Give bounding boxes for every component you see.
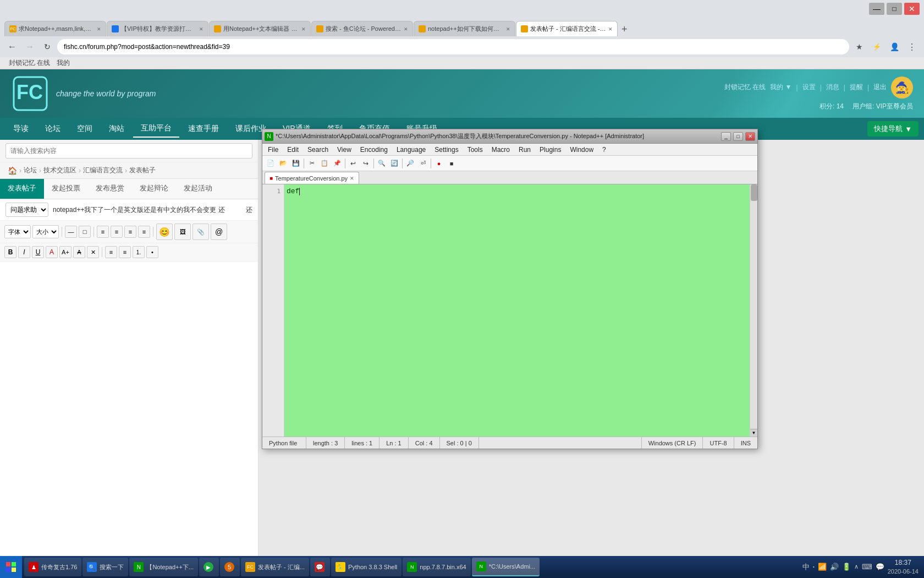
npp-macro-rec[interactable]: ● — [433, 157, 445, 170]
menu-window[interactable]: Window — [565, 144, 598, 156]
tab-1-close[interactable]: ✕ — [97, 26, 101, 32]
fmt-erase[interactable]: ✕ — [87, 246, 99, 258]
taskbar-item-5[interactable]: 5 — [220, 558, 240, 576]
tab-activity[interactable]: 发起活动 — [176, 179, 220, 199]
fmt-outdent[interactable]: ≡ — [119, 246, 131, 258]
npp-code-area[interactable]: def — [284, 184, 750, 437]
tab-4[interactable]: 搜索 - 鱼C论坛 - Powered by D... ✕ — [311, 21, 413, 36]
nav-handbook[interactable]: 速查手册 — [180, 121, 227, 137]
nav-shop[interactable]: 淘站 — [101, 121, 132, 137]
scroll-down-btn[interactable]: ▼ — [750, 429, 757, 437]
menu-plugins[interactable]: Plugins — [535, 144, 565, 156]
site-logo[interactable]: FC — [11, 74, 50, 113]
set-homepage-link[interactable]: 封锁记忆 在线 — [9, 58, 50, 68]
nav-help[interactable]: 互助平台 — [133, 120, 179, 138]
extension-btn[interactable]: ⚡ — [869, 39, 884, 54]
breadcrumb-post[interactable]: 发表帖子 — [129, 166, 156, 175]
battery-icon[interactable]: 🔋 — [842, 563, 851, 571]
tab-post[interactable]: 发表帖子 — [0, 179, 44, 199]
refresh-button[interactable]: ↻ — [40, 39, 55, 54]
npp-scrollbar[interactable]: ▼ — [750, 184, 757, 437]
home-icon[interactable]: 🏠 — [8, 166, 17, 175]
fmt-strike[interactable]: A — [73, 246, 85, 258]
npp-file-tab[interactable]: ■ TemperatureConversion.py ✕ — [265, 172, 359, 184]
npp-restore[interactable]: □ — [733, 132, 743, 141]
tb-dash[interactable]: — — [65, 226, 77, 238]
tab-4-close[interactable]: ✕ — [404, 26, 408, 32]
new-tab-btn[interactable]: + — [618, 24, 631, 35]
npp-cut[interactable]: ✂ — [306, 157, 318, 170]
fmt-indent[interactable]: ≡ — [105, 246, 117, 258]
taskbar-item-10[interactable]: N *C:\Users\Admi... — [472, 558, 540, 576]
menu-run[interactable]: Run — [514, 144, 535, 156]
breadcrumb-forum[interactable]: 论坛 — [24, 166, 37, 175]
tb-emoji[interactable]: 😊 — [156, 223, 173, 240]
font-select[interactable]: 字体 — [4, 225, 31, 238]
ime-icon[interactable]: 中 — [802, 562, 810, 572]
tab-debate[interactable]: 发起辩论 — [132, 179, 176, 199]
menu-file[interactable]: File — [263, 144, 283, 156]
npp-zoom-in[interactable]: 🔎 — [404, 157, 416, 170]
taskbar-item-6[interactable]: FC 发表帖子 - 汇编... — [241, 558, 309, 576]
tab-5-close[interactable]: ✕ — [506, 26, 510, 32]
tab-1[interactable]: FC 求Notepad++,masm,link,ml等... ✕ — [4, 21, 106, 36]
nav-forum[interactable]: 论坛 — [37, 121, 68, 137]
taskbar-item-7[interactable]: 💬 — [310, 558, 330, 576]
breadcrumb-tech[interactable]: 技术交流区 — [43, 166, 76, 175]
npp-copy[interactable]: 📋 — [318, 157, 331, 170]
nav-guide[interactable]: 导读 — [6, 121, 36, 137]
tab-2[interactable]: 【VIP特权】教学资源打包下载... ✕ — [107, 21, 208, 36]
npp-redo[interactable]: ↪ — [360, 157, 372, 170]
question-type-select[interactable]: 问题求助 — [6, 203, 48, 217]
tb-image[interactable]: 🖼 — [174, 223, 191, 240]
taskbar-item-2[interactable]: 🔍 搜索一下 — [82, 558, 128, 576]
menu-settings[interactable]: Settings — [430, 144, 463, 156]
menu-encoding[interactable]: Encoding — [356, 144, 392, 156]
tab-reward[interactable]: 发布悬赏 — [88, 179, 132, 199]
nav-space[interactable]: 空间 — [69, 121, 100, 137]
npp-paste[interactable]: 📌 — [331, 157, 343, 170]
menu-language[interactable]: Language — [392, 144, 430, 156]
tab-2-close[interactable]: ✕ — [199, 26, 204, 32]
menu-search[interactable]: Search — [303, 144, 333, 156]
tab-6-close[interactable]: ✕ — [608, 26, 613, 32]
taskbar-item-1[interactable]: ♟ 传奇复古1.76 — [24, 558, 81, 576]
size-select[interactable]: 大小 — [32, 225, 59, 238]
tab-3[interactable]: 用Notepad++文本编辑器 直接... ✕ — [209, 21, 311, 36]
npp-find[interactable]: 🔍 — [376, 157, 388, 170]
tb-align-r[interactable]: ≡ — [124, 226, 136, 238]
npp-save[interactable]: 💾 — [290, 157, 302, 170]
npp-new[interactable]: 📄 — [265, 157, 277, 170]
npp-replace[interactable]: 🔄 — [388, 157, 400, 170]
win-minimize[interactable]: — — [869, 3, 884, 15]
fmt-color[interactable]: A — [46, 246, 58, 258]
npp-wrap[interactable]: ⏎ — [417, 157, 429, 170]
msg-icon[interactable]: 💬 — [876, 563, 884, 571]
tab-5[interactable]: notepad++如何下载如何应用... ✕ — [414, 21, 515, 36]
npp-open[interactable]: 📂 — [277, 157, 289, 170]
bookmark-btn[interactable]: ★ — [851, 39, 867, 54]
menu-edit[interactable]: Edit — [283, 144, 303, 156]
keyboard-icon[interactable]: ⌨ — [862, 563, 872, 571]
fmt-italic[interactable]: I — [18, 246, 30, 258]
tb-square[interactable]: □ — [79, 226, 91, 238]
tab-vote[interactable]: 发起投票 — [44, 179, 88, 199]
tab-3-close[interactable]: ✕ — [301, 26, 306, 32]
menu-btn[interactable]: ⋮ — [904, 39, 920, 54]
tb-align-c[interactable]: ≡ — [111, 226, 123, 238]
menu-view[interactable]: View — [333, 144, 356, 156]
tb-at[interactable]: @ — [211, 223, 227, 240]
search-input[interactable] — [6, 143, 252, 159]
tb-attach[interactable]: 📎 — [193, 223, 209, 240]
forward-button[interactable]: → — [22, 39, 37, 54]
win-maximize[interactable]: □ — [887, 3, 902, 15]
npp-macro-stop[interactable]: ■ — [446, 157, 458, 170]
start-button[interactable] — [0, 556, 22, 578]
tab-6-active[interactable]: 发表帖子 - 汇编语言交流 - 鱼C... ✕ — [516, 21, 618, 36]
menu-tools[interactable]: Tools — [463, 144, 487, 156]
menu-help[interactable]: ? — [598, 144, 610, 156]
back-button[interactable]: ← — [4, 39, 20, 54]
address-input[interactable] — [57, 39, 849, 54]
sound-icon[interactable]: 🔊 — [830, 563, 839, 571]
npp-tab-close[interactable]: ✕ — [350, 176, 354, 181]
